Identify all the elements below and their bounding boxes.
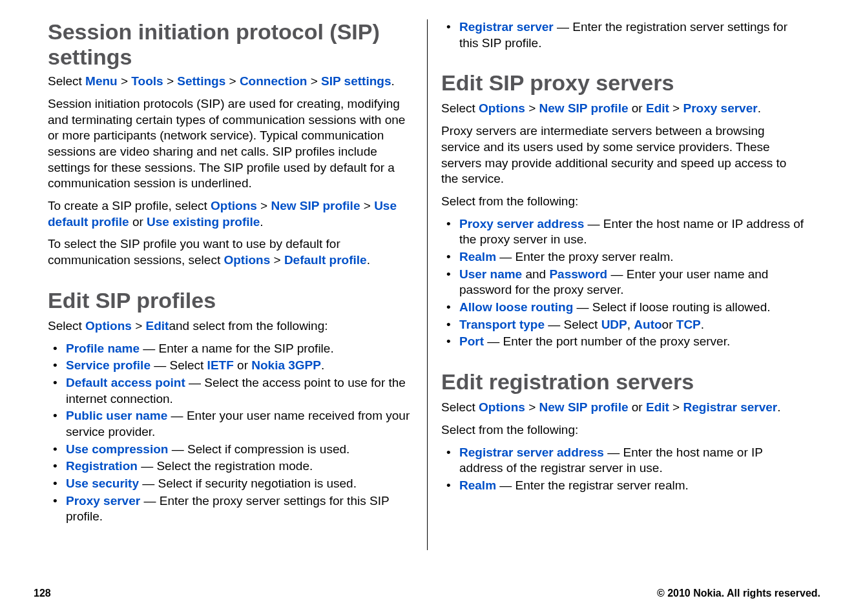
link-allow-loose-routing[interactable]: Allow loose routing: [459, 300, 573, 314]
link-menu[interactable]: Menu: [85, 74, 118, 88]
link-registrar-server-address[interactable]: Registrar server address: [459, 446, 604, 459]
link-ietf[interactable]: IETF: [207, 358, 234, 372]
link-realm[interactable]: Realm: [459, 250, 496, 263]
link-options[interactable]: Options: [479, 400, 525, 414]
link-new-sip-profile[interactable]: New SIP profile: [539, 400, 629, 414]
list-item: Service profile — Select IETF or Nokia 3…: [48, 358, 413, 374]
link-password[interactable]: Password: [549, 267, 607, 281]
link-proxy-server[interactable]: Proxy server: [683, 101, 758, 115]
page-number: 128: [34, 588, 51, 599]
link-sip-settings[interactable]: SIP settings: [321, 74, 391, 88]
list-item: Proxy server — Enter the proxy server se…: [48, 493, 413, 525]
list-item: Use compression — Select if compression …: [48, 442, 413, 458]
list-item: Profile name — Enter a name for the SIP …: [48, 341, 413, 357]
paragraph-sip-description: Session initiation protocols (SIP) are u…: [48, 96, 413, 192]
list-item: Registrar server — Enter the registratio…: [441, 19, 806, 51]
list-item: User name and Password — Enter your user…: [441, 267, 806, 298]
link-tools[interactable]: Tools: [131, 74, 163, 88]
heading-edit-proxy: Edit SIP proxy servers: [441, 70, 806, 96]
list-item: Realm — Enter the registrar server realm…: [441, 478, 806, 494]
paragraph-registration-select: Select Options > New SIP profile or Edit…: [441, 400, 806, 416]
link-service-profile[interactable]: Service profile: [66, 358, 151, 372]
link-options[interactable]: Options: [479, 101, 525, 115]
link-connection[interactable]: Connection: [240, 74, 307, 88]
link-default-profile[interactable]: Default profile: [284, 253, 367, 267]
link-registration[interactable]: Registration: [66, 459, 138, 473]
list-item: Realm — Enter the proxy server realm.: [441, 249, 806, 265]
link-nokia-3gpp[interactable]: Nokia 3GPP: [251, 358, 321, 372]
list-item: Registration — Select the registration m…: [48, 458, 413, 475]
list-item: Transport type — Select UDP, Autoor TCP.: [441, 317, 806, 333]
link-options[interactable]: Options: [211, 199, 257, 212]
paragraph-proxy-select-from: Select from the following:: [441, 194, 806, 210]
link-edit[interactable]: Edit: [146, 319, 169, 333]
two-column-layout: Session initiation protocol (SIP) settin…: [34, 19, 820, 550]
link-auto[interactable]: Auto: [634, 318, 661, 331]
link-port[interactable]: Port: [459, 334, 484, 348]
list-item: Proxy server address — Enter the host na…: [441, 216, 806, 248]
list-item: Default access point — Select the access…: [48, 375, 413, 407]
list-registration: Registrar server address — Enter the hos…: [441, 445, 806, 494]
heading-edit-sip-profiles: Edit SIP profiles: [48, 288, 413, 313]
breadcrumb: Select Menu > Tools > Settings > Connect…: [48, 74, 413, 90]
link-use-security[interactable]: Use security: [66, 477, 139, 490]
link-user-name[interactable]: User name: [459, 267, 522, 281]
link-options[interactable]: Options: [224, 253, 270, 267]
link-tcp[interactable]: TCP: [676, 318, 701, 331]
link-new-sip-profile[interactable]: New SIP profile: [539, 101, 629, 115]
link-realm[interactable]: Realm: [459, 478, 496, 492]
link-new-sip-profile[interactable]: New SIP profile: [271, 199, 360, 212]
link-public-user-name[interactable]: Public user name: [66, 409, 167, 422]
link-registrar-server[interactable]: Registrar server: [459, 20, 554, 34]
list-item: Allow loose routing — Select if loose ro…: [441, 300, 806, 316]
link-settings[interactable]: Settings: [177, 74, 225, 88]
link-registrar-server[interactable]: Registrar server: [683, 400, 778, 414]
link-udp[interactable]: UDP: [601, 318, 627, 331]
link-use-compression[interactable]: Use compression: [66, 442, 168, 456]
link-default-access-point[interactable]: Default access point: [66, 376, 185, 389]
paragraph-create-profile: To create a SIP profile, select Options …: [48, 198, 413, 230]
link-edit[interactable]: Edit: [646, 101, 669, 115]
list-item: Use security — Select if security negoti…: [48, 476, 413, 492]
link-transport-type[interactable]: Transport type: [459, 318, 545, 331]
copyright: © 2010 Nokia. All rights reserved.: [657, 588, 820, 599]
paragraph-proxy-desc: Proxy servers are intermediate servers b…: [441, 123, 806, 187]
link-profile-name[interactable]: Profile name: [66, 342, 140, 355]
heading-sip-settings: Session initiation protocol (SIP) settin…: [48, 19, 413, 70]
paragraph-select-default: To select the SIP profile you want to us…: [48, 236, 413, 268]
link-use-existing-profile[interactable]: Use existing profile: [147, 215, 260, 229]
list-proxy: Proxy server address — Enter the host na…: [441, 216, 806, 351]
paragraph-registration-select-from: Select from the following:: [441, 422, 806, 438]
link-edit[interactable]: Edit: [646, 400, 669, 414]
heading-edit-registration: Edit registration servers: [441, 369, 806, 395]
link-proxy-server[interactable]: Proxy server: [66, 494, 140, 508]
page-footer: 128 © 2010 Nokia. All rights reserved.: [34, 588, 820, 599]
list-item: Port — Enter the port number of the prox…: [441, 334, 806, 350]
link-options[interactable]: Options: [85, 319, 132, 333]
link-proxy-server-address[interactable]: Proxy server address: [459, 217, 584, 231]
paragraph-proxy-select: Select Options > New SIP profile or Edit…: [441, 101, 806, 117]
paragraph-edit-select: Select Options > Editand select from the…: [48, 318, 413, 334]
list-item: Registrar server address — Enter the hos…: [441, 445, 806, 477]
list-item: Public user name — Enter your user name …: [48, 408, 413, 440]
